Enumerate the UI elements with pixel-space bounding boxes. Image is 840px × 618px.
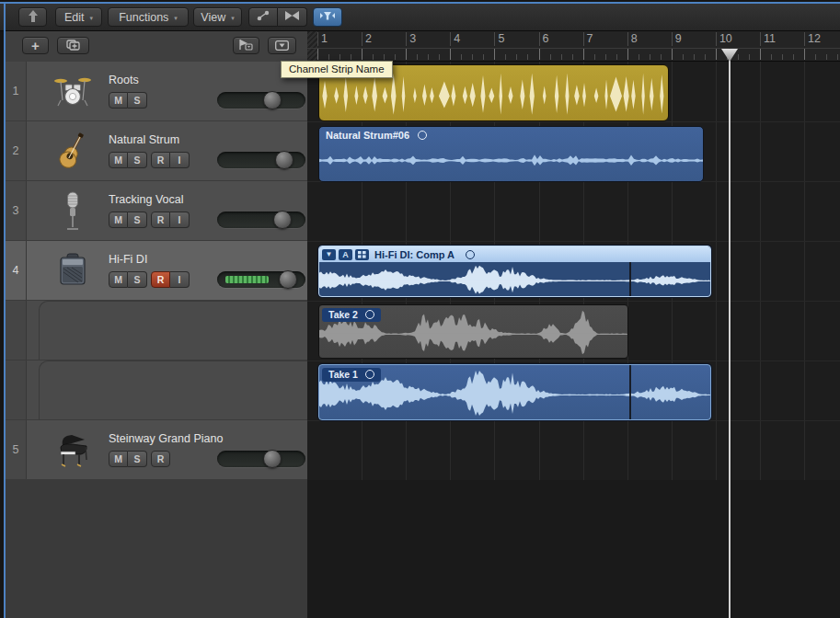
ruler-tick [472,54,473,60]
track-number: 5 [6,420,27,479]
drum-kit-icon[interactable] [52,70,94,112]
take-grid-icon[interactable] [355,249,369,260]
mute-button[interactable]: M [109,92,128,109]
playhead-line[interactable] [729,49,731,618]
ruler-tick [527,54,528,60]
mute-button[interactable]: M [109,451,128,467]
volume-slider[interactable] [217,92,305,109]
menu-functions[interactable]: Functions ▾ [108,7,189,27]
track-header-hifi-di[interactable]: 4 Hi-Fi DI M S R I [6,241,307,301]
region-take-1[interactable]: Take 1 [318,364,711,420]
bar-ruler[interactable]: 123456789101112 [307,29,840,62]
record-enable-button[interactable]: R [151,152,170,168]
input-monitor-button[interactable]: I [170,152,190,168]
flex-time-button[interactable] [278,7,307,27]
channel-strip-config-button[interactable] [268,37,296,54]
volume-knob[interactable] [279,270,297,289]
ruler-bar-label: 6 [543,32,549,45]
track-number: 3 [6,181,27,240]
volume-knob[interactable] [263,450,282,468]
comp-a-icon[interactable]: A [339,249,352,260]
input-monitor-button[interactable]: I [170,212,190,228]
ruler-bar-separator [716,32,717,46]
solo-button[interactable]: S [128,152,147,168]
acoustic-guitar-icon[interactable] [52,130,94,172]
volume-knob[interactable] [263,91,282,109]
duplicate-track-button[interactable] [57,37,89,54]
ruler-tick [661,54,662,60]
lane-row-separator [307,420,840,421]
take-section-divider[interactable] [629,365,631,419]
take-badge[interactable]: Take 2 [322,308,381,322]
volume-slider[interactable] [217,271,305,288]
track-lane-area[interactable]: Drummer Natural Strum#06 ▼ A Hi-Fi DI: C… [307,29,840,618]
record-enable-button-armed[interactable]: R [151,271,170,288]
microphone-icon[interactable] [52,189,94,232]
bar-gridline [760,62,761,480]
ruler-bar-separator [583,32,584,46]
ruler-tick [826,54,827,60]
ruler-tick [483,54,484,60]
input-monitor-button[interactable]: I [170,271,190,288]
track-header-tracking-vocal[interactable]: 3 Tracking Vocal M S R I [6,181,307,241]
automation-curves-button[interactable] [248,7,278,27]
solo-button[interactable]: S [128,451,147,467]
catch-playhead-button[interactable] [313,7,342,27]
take-lane-header-1[interactable] [6,360,307,420]
ruler-tick [771,54,772,60]
ruler-tick [760,49,761,60]
comp-section-divider[interactable] [629,262,631,296]
take-lane-header-2[interactable] [6,301,307,360]
grand-piano-icon[interactable] [52,429,94,471]
ruler-bar-separator [450,32,451,46]
volume-slider[interactable] [217,152,305,168]
track-number: 2 [6,121,27,180]
region-take-2[interactable]: Take 2 [318,304,628,359]
ruler-tick [672,49,673,60]
record-enable-button[interactable]: R [151,212,170,228]
region-title: Hi-Fi DI: Comp A [374,249,455,260]
mute-button[interactable]: M [109,271,128,288]
track-area-menu-bar: Edit ▾ Functions ▾ View ▾ [0,4,840,31]
mute-button[interactable]: M [109,152,128,168]
lane-row-separator [307,360,840,361]
solo-button[interactable]: S [128,212,147,228]
volume-slider[interactable] [217,212,305,228]
ruler-tick [539,49,540,60]
mute-button[interactable]: M [109,212,128,228]
ruler-tick [605,54,606,60]
solo-button[interactable]: S [128,271,147,288]
up-arrow-button[interactable] [18,7,47,27]
ruler-tick [328,54,329,60]
track-name: Hi-Fi DI [109,253,147,266]
region-hifi-di-comp-a[interactable]: ▼ A Hi-Fi DI: Comp A [318,246,711,297]
track-header-steinway-grand-piano[interactable]: 5 Steinway Grand Piano M S R [6,420,307,480]
menu-edit[interactable]: Edit ▾ [55,7,102,27]
record-enable-button[interactable]: R [151,451,170,467]
solo-button[interactable]: S [128,92,147,109]
track-header-natural-strum[interactable]: 2 Natural Strum M S [6,121,307,181]
ruler-bar-label: 2 [365,32,372,45]
ruler-bar-label: 5 [498,32,504,45]
ruler-bar-label: 1 [321,32,328,45]
guitar-amp-icon[interactable] [52,249,94,292]
disclosure-triangle-icon[interactable]: ▼ [322,249,336,260]
ruler-tick [594,54,595,60]
take-label: Take 1 [328,369,358,380]
ruler-bar-label: 4 [454,32,460,45]
region-natural-strum[interactable]: Natural Strum#06 [318,126,704,182]
volume-knob[interactable] [273,211,292,229]
ruler-tick [428,54,429,60]
ruler-tick [705,54,706,60]
add-track-button[interactable]: + [22,37,49,54]
duplicate-track-icon [66,38,80,53]
menu-view[interactable]: View ▾ [193,7,242,27]
volume-knob[interactable] [275,151,293,169]
take-folder-header[interactable]: ▼ A Hi-Fi DI: Comp A [319,246,710,262]
take-badge[interactable]: Take 1 [322,368,381,382]
ruler-tick [450,49,451,60]
track-flex-button[interactable] [233,37,259,54]
track-header-roots[interactable]: 1 Roots M S [6,62,307,121]
up-arrow-icon [28,10,39,25]
volume-slider[interactable] [217,451,305,467]
